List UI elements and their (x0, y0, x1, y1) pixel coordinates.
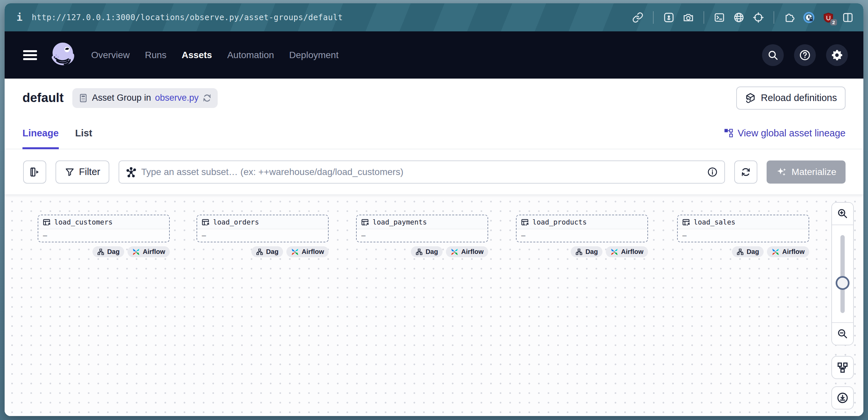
asset-name: load_products (532, 218, 587, 226)
nav-item-assets[interactable]: Assets (182, 50, 212, 60)
dag-badge-label: Dag (266, 248, 278, 256)
puzzle-extension-icon[interactable] (784, 12, 795, 23)
asset-node-status: – (357, 229, 488, 242)
nav-item-deployment[interactable]: Deployment (289, 50, 339, 60)
asset-node-status: – (197, 229, 328, 242)
materialize-label: Materialize (792, 167, 836, 177)
nav-item-automation[interactable]: Automation (227, 50, 274, 60)
download-image-button[interactable] (831, 386, 854, 410)
zoom-slider-handle[interactable] (836, 276, 849, 290)
ublock-badge: 2 (830, 19, 837, 25)
filter-button[interactable]: Filter (56, 160, 109, 184)
asset-node-header: load_customers (38, 215, 169, 229)
asset-badges: Dag Airflow (38, 246, 170, 257)
refresh-graph-button[interactable] (734, 160, 757, 184)
global-lineage-icon (724, 128, 734, 138)
tab-lineage[interactable]: Lineage (23, 117, 59, 149)
dag-badge[interactable]: Dag (251, 246, 283, 257)
sparkles-icon (776, 166, 787, 177)
asset-subset-search (119, 160, 725, 184)
open-sidebar-button[interactable] (23, 160, 46, 184)
page-header: default Asset Group in observe.py Reload… (5, 78, 863, 117)
desktop-background: i http://127.0.0.1:3000/locations/observ… (0, 0, 868, 420)
airflow-icon (451, 248, 459, 256)
airflow-badge[interactable]: Airflow (127, 246, 170, 257)
terminal-icon[interactable] (714, 12, 725, 23)
materialize-button[interactable]: Materialize (767, 160, 845, 184)
asset-group-icon (78, 93, 88, 103)
airflow-badge[interactable]: Airflow (446, 246, 488, 257)
asset-subset-input[interactable] (141, 167, 702, 177)
zoom-slider-track[interactable] (841, 235, 845, 313)
asset-node-load-customers[interactable]: load_customers – (38, 215, 170, 243)
zoom-out-icon (837, 328, 848, 340)
airflow-icon (610, 248, 618, 256)
asset-node-status: – (517, 229, 647, 242)
asset-badges: Dag Airflow (516, 246, 648, 257)
asset-node-load-orders[interactable]: load_orders – (196, 215, 329, 243)
globe-icon[interactable] (733, 12, 744, 23)
airflow-badge[interactable]: Airflow (606, 246, 648, 257)
asset-node-load-payments[interactable]: load_payments – (356, 215, 488, 243)
sync-icon[interactable] (203, 93, 212, 103)
airflow-badge-label: Airflow (621, 248, 643, 256)
hamburger-menu-icon[interactable] (23, 50, 37, 60)
dag-badge[interactable]: Dag (732, 246, 764, 257)
tab-list[interactable]: List (75, 117, 92, 149)
zoom-in-button[interactable] (832, 203, 853, 225)
asset-name: load_orders (213, 218, 259, 226)
asset-node-status: – (678, 229, 809, 242)
split-view-icon[interactable] (842, 12, 854, 23)
zoom-out-button[interactable] (832, 322, 853, 345)
crosshair-icon[interactable] (753, 12, 764, 23)
zoom-slider[interactable] (832, 225, 853, 322)
reload-definitions-button[interactable]: Reload definitions (736, 87, 845, 109)
nav-item-overview[interactable]: Overview (91, 50, 130, 60)
nav-item-runs[interactable]: Runs (145, 50, 166, 60)
airflow-icon (132, 248, 140, 256)
dagster-logo-icon[interactable] (50, 41, 76, 69)
ublock-extension[interactable]: 2 (823, 12, 834, 23)
dag-badge[interactable]: Dag (92, 246, 124, 257)
asset-node-header: load_products (517, 215, 647, 229)
asset-subset-icon (126, 167, 136, 177)
url-text[interactable]: http://127.0.0.1:3000/locations/observe.… (32, 13, 343, 22)
zoom-in-icon (837, 208, 848, 219)
asset-name: load_customers (54, 218, 113, 226)
link-icon[interactable] (632, 12, 643, 23)
urlbar-icons: 2 (632, 11, 854, 24)
app-navbar: Overview Runs Assets Automation Deployme… (5, 31, 863, 78)
onepassword-icon[interactable] (803, 12, 814, 23)
asset-group-badge: Asset Group in observe.py (72, 88, 218, 108)
help-button[interactable] (794, 44, 816, 66)
graph-layout-icon (837, 362, 848, 373)
filter-label: Filter (79, 166, 100, 177)
asset-node-load-sales[interactable]: load_sales – (677, 215, 809, 243)
dag-icon (576, 248, 583, 256)
onepassword-extension[interactable] (803, 12, 814, 23)
dag-badge[interactable]: Dag (411, 246, 442, 257)
browser-window: i http://127.0.0.1:3000/locations/observ… (5, 3, 863, 416)
search-button[interactable] (762, 44, 784, 66)
observable-table-icon (42, 218, 51, 227)
asset-badges: Dag Airflow (196, 246, 329, 257)
dag-badge[interactable]: Dag (571, 246, 602, 257)
airflow-badge[interactable]: Airflow (767, 246, 809, 257)
dag-badge-label: Dag (426, 248, 438, 256)
info-circle-icon[interactable] (707, 167, 718, 177)
asset-name: load_sales (693, 218, 735, 226)
airflow-badge[interactable]: Airflow (286, 246, 329, 257)
view-global-asset-lineage-link[interactable]: View global asset lineage (724, 128, 845, 139)
nav-actions (762, 44, 848, 66)
airflow-icon (291, 248, 299, 256)
image-flower-icon[interactable] (663, 12, 675, 23)
rearrange-layout-button[interactable] (831, 356, 854, 379)
asset-group-file-link[interactable]: observe.py (155, 93, 198, 103)
asset-node-load-products[interactable]: load_products – (516, 215, 648, 243)
settings-button[interactable] (826, 44, 848, 66)
tab-list-label: List (75, 128, 92, 139)
urlbar-divider (653, 11, 654, 24)
camera-icon[interactable] (683, 12, 694, 23)
lineage-canvas[interactable]: load_customers – Dag Airflow load_ord (5, 195, 863, 416)
asset-node-header: load_orders (197, 215, 328, 229)
